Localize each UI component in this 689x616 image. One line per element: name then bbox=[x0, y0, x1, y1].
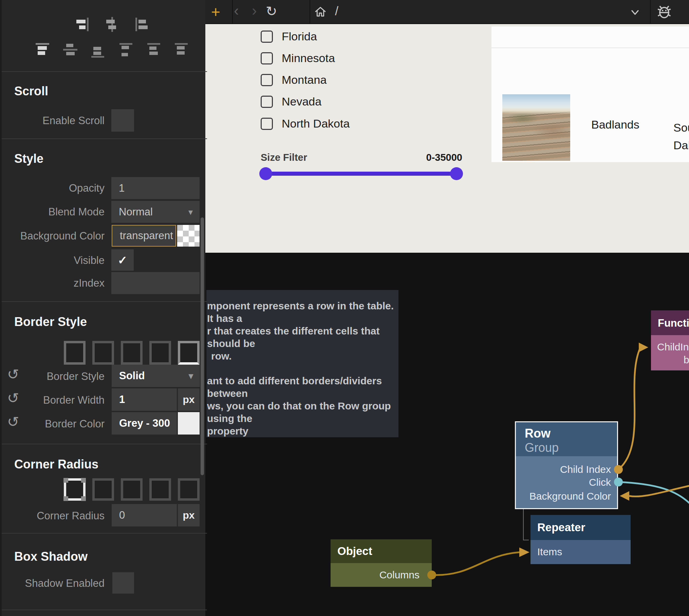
section-divider bbox=[2, 444, 207, 444]
distribute-vertical-icon[interactable] bbox=[144, 40, 163, 59]
section-divider bbox=[2, 610, 207, 610]
chevron-down-icon[interactable] bbox=[629, 6, 641, 20]
app-screen: mponent represents a row in the table. I… bbox=[0, 0, 689, 616]
app-preview: Florida Minnesota Montana Nevada North D… bbox=[205, 24, 689, 253]
state-checkbox[interactable] bbox=[261, 74, 273, 86]
border-width-label: Border Width bbox=[2, 394, 105, 406]
state-label: Nevada bbox=[282, 95, 321, 108]
node-repeater-header[interactable]: Repeater bbox=[530, 515, 631, 540]
align-bottom-icon[interactable] bbox=[88, 40, 107, 59]
align-right-icon[interactable] bbox=[74, 15, 93, 34]
port-click[interactable]: Click bbox=[589, 477, 611, 488]
corner-bottom-left-button[interactable] bbox=[178, 478, 200, 501]
home-icon[interactable] bbox=[313, 5, 328, 20]
border-color-swatch[interactable] bbox=[178, 412, 200, 435]
node-repeater[interactable]: Repeater Items bbox=[530, 515, 631, 564]
node-row-header[interactable]: Row Group bbox=[516, 422, 617, 456]
border-all-button[interactable] bbox=[64, 341, 86, 365]
forward-button[interactable]: › bbox=[252, 2, 257, 19]
panel-scrollbar[interactable] bbox=[201, 217, 204, 475]
opacity-input[interactable]: 1 bbox=[111, 177, 200, 199]
back-button[interactable]: ‹ bbox=[234, 2, 239, 19]
corner-tick bbox=[63, 496, 68, 501]
corner-top-right-button[interactable] bbox=[121, 478, 143, 501]
scroll-section-title: Scroll bbox=[14, 84, 48, 98]
corner-radius-input[interactable]: 0 bbox=[112, 504, 177, 526]
table-row[interactable]: Badlands South Dakota bbox=[491, 48, 689, 162]
tooltip-line: row. bbox=[211, 350, 398, 362]
node-function[interactable]: Function ChildIndex b bbox=[651, 310, 689, 370]
shadow-enabled-label: Shadow Enabled bbox=[2, 577, 105, 590]
shadow-enabled-checkbox[interactable] bbox=[112, 572, 134, 594]
node-object-body[interactable]: Columns bbox=[331, 563, 432, 587]
border-style-select[interactable]: Solid ▾ bbox=[112, 365, 200, 387]
tooltip-line: mponent represents a row in the table. I… bbox=[207, 300, 398, 325]
align-middle-vertical-icon[interactable] bbox=[61, 40, 80, 59]
port-child-index[interactable]: Child Index bbox=[560, 464, 611, 475]
align-top-icon[interactable] bbox=[33, 40, 52, 59]
corner-radius-label: Corner Radius bbox=[2, 510, 105, 522]
state-row: Montana bbox=[261, 73, 327, 86]
port-partial[interactable]: b bbox=[684, 354, 689, 366]
size-filter-slider-track[interactable] bbox=[266, 172, 457, 176]
url-path[interactable]: / bbox=[335, 4, 338, 18]
border-color-input[interactable]: Grey - 300 bbox=[112, 412, 177, 435]
corner-bottom-right-button[interactable] bbox=[149, 478, 171, 501]
port-columns[interactable]: Columns bbox=[379, 569, 420, 581]
align-left-icon[interactable] bbox=[131, 15, 150, 34]
corner-radius-unit: px bbox=[178, 504, 200, 526]
border-bottom-button-selected[interactable] bbox=[178, 341, 200, 365]
corner-top-left-button[interactable] bbox=[92, 478, 114, 501]
enable-scroll-checkbox[interactable] bbox=[111, 109, 134, 132]
state-checkbox[interactable] bbox=[261, 96, 273, 108]
node-function-body[interactable]: ChildIndex b bbox=[651, 335, 689, 370]
zindex-input[interactable] bbox=[111, 272, 200, 294]
tooltip-line: property bbox=[207, 425, 398, 437]
node-title: Object bbox=[337, 545, 372, 558]
slider-thumb-min[interactable] bbox=[259, 167, 272, 180]
state-checkbox[interactable] bbox=[261, 31, 273, 43]
node-row-group[interactable]: Row Group Child Index Click Background C… bbox=[515, 421, 618, 509]
background-color-input[interactable]: transparent bbox=[112, 225, 176, 247]
style-section-title: Style bbox=[14, 152, 43, 166]
state-checkbox[interactable] bbox=[261, 118, 273, 130]
border-section-title: Border Style bbox=[14, 315, 87, 329]
border-right-button[interactable] bbox=[121, 341, 143, 365]
blend-mode-value: Normal bbox=[119, 206, 153, 218]
node-object-header[interactable]: Object bbox=[331, 539, 432, 563]
refresh-button[interactable]: ↻ bbox=[266, 3, 277, 19]
border-width-input[interactable]: 1 bbox=[112, 388, 177, 411]
node-subtitle: Group bbox=[525, 441, 559, 455]
debug-bug-icon[interactable] bbox=[656, 3, 672, 22]
node-function-header[interactable]: Function bbox=[651, 310, 689, 335]
slider-thumb-max[interactable] bbox=[450, 167, 463, 180]
badlands-photo bbox=[502, 94, 570, 161]
add-tab-button[interactable]: + bbox=[211, 3, 220, 21]
port-background-color[interactable]: Background Color bbox=[529, 490, 611, 502]
align-center-horizontal-icon[interactable] bbox=[103, 15, 122, 34]
node-row-body[interactable]: Child Index Click Background Color bbox=[516, 456, 617, 508]
park-state-line: Dakota bbox=[673, 136, 689, 154]
node-repeater-body[interactable]: Items bbox=[530, 540, 631, 564]
border-style-label: Border Style bbox=[2, 370, 105, 383]
node-object[interactable]: Object Columns bbox=[331, 539, 432, 587]
border-top-button[interactable] bbox=[92, 341, 114, 365]
border-left-button[interactable] bbox=[149, 341, 171, 365]
blend-mode-select[interactable]: Normal ▾ bbox=[111, 201, 200, 223]
visible-checkbox[interactable]: ✓ bbox=[111, 249, 134, 271]
node-title: Row bbox=[525, 426, 551, 441]
corner-section-title: Corner Radius bbox=[14, 457, 98, 471]
state-label: North Dakota bbox=[282, 117, 350, 130]
section-divider bbox=[2, 138, 207, 139]
state-checkbox[interactable] bbox=[261, 52, 273, 64]
port-childindex[interactable]: ChildIndex bbox=[657, 341, 689, 353]
result-card-panel: Badlands South Dakota bbox=[491, 26, 689, 162]
size-filter-label: Size Filter bbox=[261, 152, 307, 163]
space-between-vertical-icon[interactable] bbox=[172, 40, 191, 59]
corner-all-button-selected[interactable] bbox=[64, 478, 86, 501]
distribute-top-icon[interactable] bbox=[116, 40, 135, 59]
park-state-line: South bbox=[673, 119, 689, 136]
opacity-label: Opacity bbox=[2, 182, 105, 194]
port-items[interactable]: Items bbox=[537, 546, 562, 558]
background-color-swatch[interactable] bbox=[177, 225, 200, 247]
